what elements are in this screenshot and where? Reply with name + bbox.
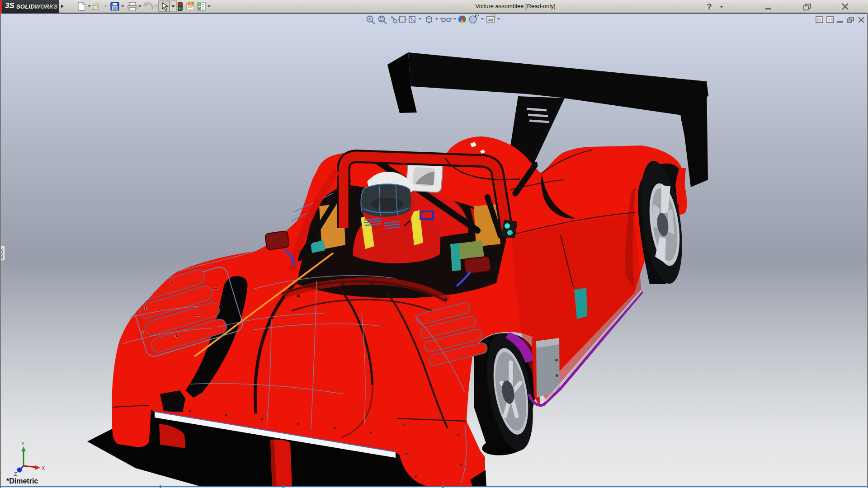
- svg-text:?: ?: [707, 2, 712, 11]
- svg-text:Y: Y: [21, 441, 25, 446]
- svg-text:Z: Z: [14, 471, 17, 477]
- svg-text:*Dimetric: *Dimetric: [6, 477, 38, 485]
- svg-text:X: X: [42, 465, 45, 471]
